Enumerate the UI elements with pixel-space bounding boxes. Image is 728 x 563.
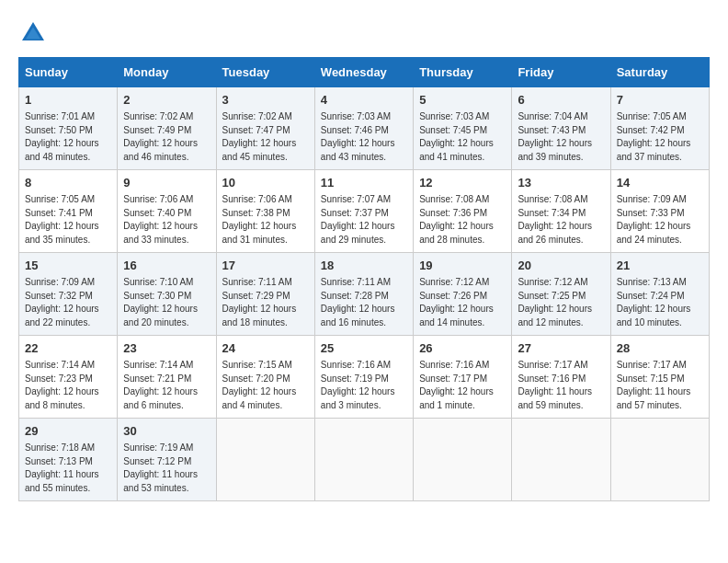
cell-content: Sunrise: 7:12 AMSunset: 7:26 PMDaylight:… [419, 276, 506, 329]
cell-line: Sunset: 7:49 PM [123, 124, 210, 138]
cell-line: and 26 minutes. [518, 234, 604, 247]
cell-content: Sunrise: 7:04 AMSunset: 7:43 PMDaylight:… [518, 110, 604, 164]
cell-content: Sunrise: 7:03 AMSunset: 7:46 PMDaylight:… [321, 110, 407, 164]
cell-content: Sunrise: 7:15 AMSunset: 7:20 PMDaylight:… [222, 359, 309, 412]
cell-content: Sunrise: 7:17 AMSunset: 7:16 PMDaylight:… [518, 359, 604, 412]
cell-line: Daylight: 12 hours [123, 220, 210, 234]
cell-line: Sunrise: 7:04 AM [518, 110, 604, 124]
weekday-header: Tuesday [216, 58, 314, 87]
cell-content: Sunrise: 7:05 AMSunset: 7:41 PMDaylight:… [25, 193, 111, 247]
cell-line: and 53 minutes. [123, 482, 210, 496]
cell-content: Sunrise: 7:14 AMSunset: 7:21 PMDaylight:… [123, 359, 210, 412]
day-number: 7 [617, 92, 703, 109]
calendar-cell: 30Sunrise: 7:19 AMSunset: 7:12 PMDayligh… [118, 419, 216, 501]
calendar-cell: 18Sunrise: 7:11 AMSunset: 7:28 PMDayligh… [314, 253, 413, 336]
cell-line: Daylight: 12 hours [123, 303, 210, 316]
cell-content: Sunrise: 7:09 AMSunset: 7:32 PMDaylight:… [25, 276, 111, 329]
cell-line: Sunrise: 7:11 AM [222, 276, 309, 290]
calendar-cell: 9Sunrise: 7:06 AMSunset: 7:40 PMDaylight… [118, 170, 216, 253]
calendar-cell: 12Sunrise: 7:08 AMSunset: 7:36 PMDayligh… [414, 170, 512, 253]
weekday-header: Friday [512, 58, 610, 87]
cell-line: Sunrise: 7:05 AM [617, 110, 703, 124]
weekday-header: Wednesday [314, 58, 413, 87]
cell-line: and 57 minutes. [617, 399, 703, 413]
cell-line: Sunset: 7:36 PM [419, 207, 506, 221]
calendar-cell: 3Sunrise: 7:02 AMSunset: 7:47 PMDaylight… [216, 87, 314, 170]
calendar-cell: 1Sunrise: 7:01 AMSunset: 7:50 PMDaylight… [19, 87, 118, 170]
day-number: 29 [25, 423, 111, 440]
day-number: 22 [25, 340, 111, 357]
day-number: 20 [518, 258, 604, 274]
cell-line: and 41 minutes. [419, 151, 506, 165]
cell-line: Sunset: 7:50 PM [25, 124, 111, 138]
day-number: 16 [123, 258, 210, 274]
day-number: 27 [518, 340, 604, 357]
cell-line: Daylight: 12 hours [25, 303, 111, 316]
cell-line: Sunset: 7:41 PM [25, 207, 111, 221]
day-number: 25 [321, 340, 407, 357]
cell-line: Daylight: 12 hours [25, 220, 111, 234]
calendar-cell: 26Sunrise: 7:16 AMSunset: 7:17 PMDayligh… [414, 336, 512, 419]
calendar-cell: 24Sunrise: 7:15 AMSunset: 7:20 PMDayligh… [216, 336, 314, 419]
cell-line: Sunset: 7:24 PM [617, 290, 703, 304]
cell-content: Sunrise: 7:08 AMSunset: 7:36 PMDaylight:… [419, 193, 506, 247]
calendar-cell: 17Sunrise: 7:11 AMSunset: 7:29 PMDayligh… [216, 253, 314, 336]
weekday-header: Sunday [19, 58, 118, 87]
cell-line: Sunrise: 7:07 AM [321, 193, 407, 207]
cell-line: Daylight: 12 hours [419, 385, 506, 399]
calendar-cell: 5Sunrise: 7:03 AMSunset: 7:45 PMDaylight… [414, 87, 512, 170]
cell-line: Daylight: 12 hours [617, 220, 703, 234]
cell-line: Daylight: 11 hours [617, 385, 703, 399]
calendar-cell: 6Sunrise: 7:04 AMSunset: 7:43 PMDaylight… [512, 87, 610, 170]
cell-line: and 46 minutes. [123, 151, 210, 165]
cell-content: Sunrise: 7:06 AMSunset: 7:40 PMDaylight:… [123, 193, 210, 247]
cell-line: Daylight: 12 hours [25, 385, 111, 399]
day-number: 6 [518, 92, 604, 109]
day-number: 10 [222, 175, 309, 191]
logo [18, 18, 53, 48]
cell-line: Sunset: 7:47 PM [222, 124, 309, 138]
cell-content: Sunrise: 7:19 AMSunset: 7:12 PMDaylight:… [123, 442, 210, 495]
cell-line: Sunset: 7:20 PM [222, 373, 309, 386]
cell-content: Sunrise: 7:01 AMSunset: 7:50 PMDaylight:… [25, 110, 111, 164]
cell-line: and 37 minutes. [617, 151, 703, 165]
cell-line: Sunrise: 7:16 AM [419, 359, 506, 373]
cell-line: Sunrise: 7:06 AM [123, 193, 210, 207]
cell-line: Sunset: 7:46 PM [321, 124, 407, 138]
cell-line: Daylight: 12 hours [222, 303, 309, 316]
cell-content: Sunrise: 7:18 AMSunset: 7:13 PMDaylight:… [25, 442, 111, 495]
day-number: 21 [617, 258, 703, 274]
cell-line: Sunrise: 7:05 AM [25, 193, 111, 207]
cell-line: Sunset: 7:45 PM [419, 124, 506, 138]
calendar-cell: 20Sunrise: 7:12 AMSunset: 7:25 PMDayligh… [512, 253, 610, 336]
cell-line: and 48 minutes. [25, 151, 111, 165]
cell-line: and 4 minutes. [222, 399, 309, 413]
cell-line: Sunrise: 7:06 AM [222, 193, 309, 207]
cell-content: Sunrise: 7:02 AMSunset: 7:47 PMDaylight:… [222, 110, 309, 164]
cell-line: Sunrise: 7:01 AM [25, 110, 111, 124]
cell-content: Sunrise: 7:09 AMSunset: 7:33 PMDaylight:… [617, 193, 703, 247]
calendar-cell [610, 419, 709, 501]
cell-line: Sunset: 7:23 PM [25, 373, 111, 386]
cell-line: Sunset: 7:37 PM [321, 207, 407, 221]
cell-line: and 28 minutes. [419, 234, 506, 247]
cell-line: Daylight: 12 hours [518, 220, 604, 234]
calendar-cell: 10Sunrise: 7:06 AMSunset: 7:38 PMDayligh… [216, 170, 314, 253]
cell-line: Sunrise: 7:17 AM [617, 359, 703, 373]
weekday-header: Thursday [414, 58, 512, 87]
cell-line: and 55 minutes. [25, 482, 111, 496]
cell-line: Sunrise: 7:18 AM [25, 442, 111, 455]
cell-line: Sunrise: 7:02 AM [123, 110, 210, 124]
calendar-week-row: 22Sunrise: 7:14 AMSunset: 7:23 PMDayligh… [19, 336, 710, 419]
cell-line: Sunset: 7:30 PM [123, 290, 210, 304]
calendar-week-row: 1Sunrise: 7:01 AMSunset: 7:50 PMDaylight… [19, 87, 710, 170]
cell-content: Sunrise: 7:12 AMSunset: 7:25 PMDaylight:… [518, 276, 604, 329]
calendar-week-row: 8Sunrise: 7:05 AMSunset: 7:41 PMDaylight… [19, 170, 710, 253]
cell-line: Daylight: 12 hours [123, 385, 210, 399]
cell-line: and 6 minutes. [123, 399, 210, 413]
calendar-cell [512, 419, 610, 501]
cell-line: Daylight: 12 hours [321, 220, 407, 234]
calendar-cell: 13Sunrise: 7:08 AMSunset: 7:34 PMDayligh… [512, 170, 610, 253]
cell-content: Sunrise: 7:05 AMSunset: 7:42 PMDaylight:… [617, 110, 703, 164]
calendar-cell [314, 419, 413, 501]
